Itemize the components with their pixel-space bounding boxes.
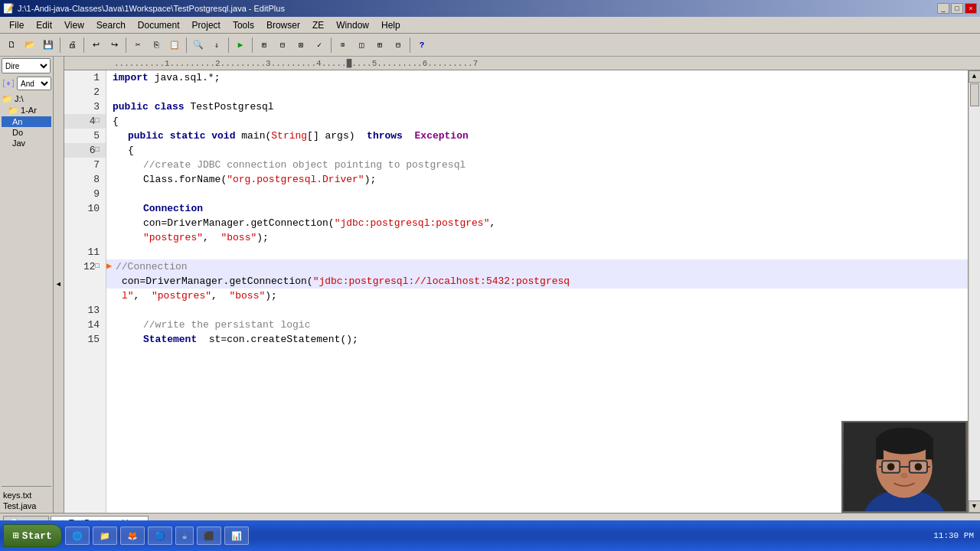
code-line-12: ▶ //Connection (106, 259, 968, 274)
code-line-12b: con=DriverManager.getConnection("jdbc:po… (106, 274, 968, 289)
menu-help[interactable]: Help (375, 18, 407, 32)
ruler-text: ..........1.........2.........3.........… (114, 59, 478, 68)
tool-btn-8[interactable]: ⊟ (390, 37, 407, 54)
code-editor[interactable]: import java.sql.*; public class TestPost… (106, 70, 968, 513)
linenum-4: 4 □ (64, 114, 106, 129)
panel-collapse-button[interactable]: ◄ (54, 57, 64, 513)
paste-button[interactable]: 📋 (166, 37, 183, 54)
print-button[interactable]: 🖨 (64, 37, 80, 54)
scroll-track[interactable] (969, 83, 980, 500)
menu-view[interactable]: View (58, 18, 90, 32)
taskbar-folder[interactable]: 📁 (93, 527, 117, 545)
ie-icon: 🌐 (72, 531, 83, 541)
taskbar: ⊞ Start 🌐 📁 🦊 🔵 ☕ ⬛ 📊 11:30 PM (0, 520, 980, 551)
copy-button[interactable]: ⎘ (148, 37, 165, 54)
menu-ze[interactable]: ZE (306, 18, 330, 32)
scroll-down-arrow[interactable]: ▼ (969, 500, 981, 513)
code-line-13 (106, 303, 968, 318)
tree-item-do[interactable]: Do (2, 127, 51, 138)
svg-point-14 (900, 473, 908, 479)
code-line-14: //write the persistant logic (106, 318, 968, 332)
code-line-6: { (106, 143, 968, 158)
code-line-5: public static void main(String[] args) t… (106, 129, 968, 143)
file-test[interactable]: Test.java (2, 500, 51, 511)
menu-project[interactable]: Project (186, 18, 227, 32)
linenum-12c (64, 289, 106, 303)
editor-container: ..........1.........2.........3.........… (64, 57, 980, 513)
tool-btn-3[interactable]: ⊠ (292, 37, 309, 54)
new-button[interactable]: 🗋 (3, 37, 20, 54)
taskbar-java[interactable]: ☕ (175, 527, 194, 545)
menu-browser[interactable]: Browser (260, 18, 306, 32)
separator-6 (252, 37, 253, 53)
tool-btn-5[interactable]: ⌧ (335, 37, 351, 54)
menu-file[interactable]: File (3, 18, 30, 32)
taskbar-chrome[interactable]: 🔵 (148, 527, 172, 545)
run-button[interactable]: ▶ (232, 37, 249, 54)
taskbar-misc[interactable]: 📊 (224, 527, 249, 545)
left-panel: Dire [♦] And 📁 J:\ 📁 1-Ar An Do Jav keys… (0, 57, 54, 513)
start-icon: ⊞ (13, 530, 19, 542)
undo-button[interactable]: ↩ (87, 37, 104, 54)
minimize-button[interactable]: _ (937, 3, 949, 14)
titlebar-title: J:\1-Andi-java-Classes\Java\1Workspace\T… (18, 4, 285, 13)
taskbar-cmd[interactable]: ⬛ (197, 527, 221, 545)
titlebar: 📝 J:\1-Andi-java-Classes\Java\1Workspace… (0, 0, 980, 17)
linenum-1: 1 (64, 70, 106, 85)
tree-dropdown[interactable]: And (17, 77, 51, 90)
vertical-scrollbar[interactable]: ▲ ▼ (968, 70, 980, 513)
linenum-10: 10 (64, 201, 106, 216)
folder-taskbar-icon: 📁 (100, 531, 110, 541)
linenum-10c (64, 230, 106, 245)
tool-btn-6[interactable]: ◫ (353, 37, 370, 54)
linenum-12: 12 □ (64, 259, 106, 274)
start-label: Start (22, 530, 52, 542)
scroll-up-arrow[interactable]: ▲ (969, 70, 981, 83)
tool-btn-1[interactable]: ⊞ (256, 37, 273, 54)
help-btn[interactable]: ? (413, 37, 430, 54)
directory-dropdown[interactable]: Dire (2, 58, 51, 73)
folder-dropdown-icon: [♦] (2, 80, 15, 88)
code-line-7: //create JDBC connection object pointing… (106, 158, 968, 172)
menu-search[interactable]: Search (90, 18, 132, 32)
open-button[interactable]: 📂 (21, 37, 38, 54)
code-line-8: Class.forName("org.postgresql.Driver"); (106, 172, 968, 187)
svg-rect-6 (926, 437, 933, 459)
find-button[interactable]: 🔍 (190, 37, 207, 54)
find-next-button[interactable]: ⇓ (208, 37, 225, 54)
separator-4 (186, 37, 187, 53)
menu-tools[interactable]: Tools (227, 18, 260, 32)
linenum-6: 6 □ (64, 143, 106, 158)
tree-item-an[interactable]: An (2, 116, 51, 127)
scroll-thumb[interactable] (970, 83, 979, 106)
save-button[interactable]: 💾 (40, 37, 57, 54)
restore-button[interactable]: □ (951, 3, 963, 14)
separator-2 (83, 37, 84, 53)
taskbar-firefox[interactable]: 🦊 (120, 527, 145, 545)
time-display: 11:30 PM (933, 531, 974, 540)
separator-1 (60, 37, 60, 53)
tool-btn-2[interactable]: ⊟ (274, 37, 291, 54)
tool-btn-4[interactable]: ✓ (311, 37, 328, 54)
redo-button[interactable]: ↪ (106, 37, 122, 54)
tree-item-root[interactable]: 📁 J:\ (2, 93, 51, 105)
tree-item-1ar[interactable]: 📁 1-Ar (2, 105, 51, 116)
code-line-12c: l", "postgres", "boss"); (106, 289, 968, 303)
taskbar-ie[interactable]: 🌐 (65, 527, 90, 545)
svg-point-4 (876, 428, 932, 455)
svg-rect-5 (876, 437, 884, 459)
tool-btn-7[interactable]: ⊞ (371, 37, 388, 54)
menu-document[interactable]: Document (132, 18, 186, 32)
menu-edit[interactable]: Edit (30, 18, 58, 32)
cmd-icon: ⬛ (204, 531, 214, 541)
tree-item-jav[interactable]: Jav (2, 138, 51, 148)
linenum-9: 9 (64, 187, 106, 201)
webcam-face (843, 422, 966, 511)
folder-icon: 📁 (2, 94, 12, 103)
start-button[interactable]: ⊞ Start (3, 524, 62, 547)
cut-button[interactable]: ✂ (129, 37, 146, 54)
file-keys[interactable]: keys.txt (2, 490, 51, 500)
code-area[interactable]: 1 2 3 4 □ 5 6 □ 7 8 9 10 11 12 □ 13 14 1… (64, 70, 980, 513)
menu-window[interactable]: Window (330, 18, 375, 32)
close-button[interactable]: × (965, 3, 977, 14)
